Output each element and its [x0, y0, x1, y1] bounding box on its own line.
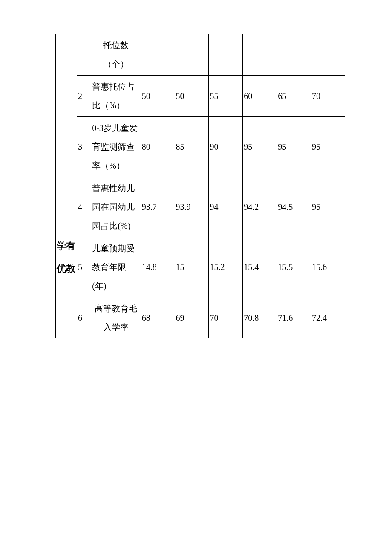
table-row: 2 普惠托位占比（%） 50 50 55 60 65 70 — [56, 76, 345, 117]
table-row: 学有优教 4 普惠性幼儿园在园幼儿园占比(%) 93.7 93.9 94 94.… — [56, 177, 345, 237]
value-cell — [175, 34, 209, 76]
value-cell: 70 — [311, 76, 345, 117]
category-cell — [56, 117, 77, 177]
indicator-cell: 普惠性幼儿园在园幼儿园占比(%) — [91, 177, 141, 237]
value-cell: 15.2 — [209, 237, 243, 297]
index-cell: 4 — [77, 177, 91, 237]
indicator-cell: 高等教育毛入学率 — [91, 297, 141, 339]
value-cell: 94 — [209, 177, 243, 237]
value-cell — [209, 34, 243, 76]
indicator-cell: 普惠托位占比（%） — [91, 76, 141, 117]
value-cell — [277, 34, 311, 76]
index-cell: 5 — [77, 237, 91, 297]
category-cell: 学有优教 — [56, 177, 77, 339]
table-row: 5 儿童预期受教育年限(年) 14.8 15 15.2 15.4 15.5 15… — [56, 237, 345, 297]
category-cell — [56, 76, 77, 117]
value-cell: 90 — [209, 117, 243, 177]
value-cell: 95 — [243, 117, 277, 177]
value-cell: 71.6 — [277, 297, 311, 339]
value-cell: 94.2 — [243, 177, 277, 237]
value-cell: 85 — [175, 117, 209, 177]
value-cell: 72.4 — [311, 297, 345, 339]
value-cell: 93.7 — [141, 177, 175, 237]
value-cell — [141, 34, 175, 76]
value-cell — [311, 34, 345, 76]
value-cell: 70 — [209, 297, 243, 339]
index-cell: 6 — [77, 297, 91, 339]
value-cell: 69 — [175, 297, 209, 339]
index-cell: 3 — [77, 117, 91, 177]
value-cell — [243, 34, 277, 76]
value-cell: 95 — [277, 117, 311, 177]
value-cell: 15.6 — [311, 237, 345, 297]
value-cell: 15.5 — [277, 237, 311, 297]
table-row: 托位数（个） — [56, 34, 345, 76]
value-cell: 50 — [141, 76, 175, 117]
value-cell: 95 — [311, 117, 345, 177]
category-cell — [56, 34, 77, 76]
indicator-cell: 0-3岁儿童发育监测筛查率（%） — [91, 117, 141, 177]
value-cell: 50 — [175, 76, 209, 117]
value-cell: 95 — [311, 177, 345, 237]
value-cell: 14.8 — [141, 237, 175, 297]
table-row: 3 0-3岁儿童发育监测筛查率（%） 80 85 90 95 95 95 — [56, 117, 345, 177]
index-cell — [77, 34, 91, 76]
indicator-cell: 托位数（个） — [91, 34, 141, 76]
value-cell: 93.9 — [175, 177, 209, 237]
value-cell: 70.8 — [243, 297, 277, 339]
indicator-cell: 儿童预期受教育年限(年) — [91, 237, 141, 297]
value-cell: 65 — [277, 76, 311, 117]
value-cell: 15 — [175, 237, 209, 297]
value-cell: 80 — [141, 117, 175, 177]
table-row: 6 高等教育毛入学率 68 69 70 70.8 71.6 72.4 — [56, 297, 345, 339]
value-cell: 68 — [141, 297, 175, 339]
index-cell: 2 — [77, 76, 91, 117]
value-cell: 94.5 — [277, 177, 311, 237]
value-cell: 55 — [209, 76, 243, 117]
indicator-table: 托位数（个） 2 普惠托位占比（%） 50 50 55 60 65 70 3 0… — [55, 34, 345, 338]
value-cell: 60 — [243, 76, 277, 117]
value-cell: 15.4 — [243, 237, 277, 297]
